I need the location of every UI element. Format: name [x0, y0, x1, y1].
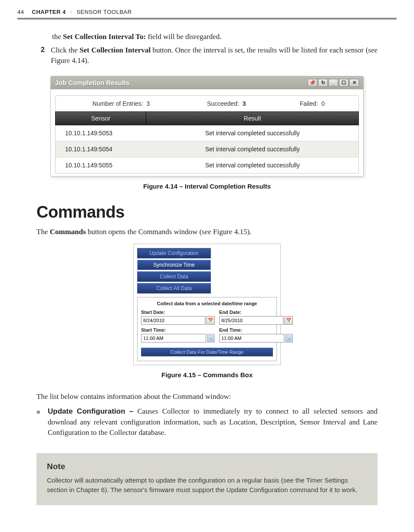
col-result: Result: [146, 112, 358, 125]
window-body: Number of Entries: 3 Succeeded: 3 Failed…: [51, 89, 363, 176]
step-body: Click the Set Collection Interval button…: [51, 45, 378, 66]
cell-result: Set interval completed successfully: [146, 141, 358, 157]
start-date-input[interactable]: [141, 316, 205, 325]
date-range-box: Collect data from a selected date/time r…: [137, 297, 277, 361]
page-number: 44: [17, 9, 24, 15]
cell-sensor: 10.10.1.149:5054: [56, 141, 146, 157]
cell-result: Set interval completed successfully: [146, 125, 358, 141]
chapter-title: SENSOR TOOLBAR: [76, 9, 131, 15]
start-date-label: Start Date:: [141, 310, 215, 315]
chevron-down-icon[interactable]: ⌄: [285, 334, 293, 343]
intro-line: the Set Collection Interval To: field wi…: [52, 32, 378, 42]
end-date-input[interactable]: [219, 316, 283, 325]
table-row: 10.10.1.149:5054 Set interval completed …: [55, 141, 359, 157]
step-bold: Set Collection Interval: [79, 46, 151, 54]
collect-range-button[interactable]: Collect Data For Date/Time Range: [141, 348, 273, 356]
synchronize-time-button[interactable]: Synchronize Time: [137, 260, 211, 270]
bullet-body: Update Configuration – Causes Collector …: [48, 406, 378, 438]
calendar-icon[interactable]: 📅: [284, 316, 293, 325]
window-buttons: 📌 ↻ _ ☐ ✕: [307, 79, 359, 87]
col-sensor: Sensor: [56, 112, 146, 125]
table-header: Sensor Result: [55, 111, 359, 125]
calendar-icon[interactable]: 📅: [206, 316, 215, 325]
summary-bar: Number of Entries: 3 Succeeded: 3 Failed…: [55, 95, 359, 111]
intro-bold: Set Collection Interval To:: [63, 33, 146, 41]
end-time-label: End Time:: [219, 327, 293, 333]
update-config-button[interactable]: Update Configuration: [137, 248, 211, 258]
chapter-label: CHAPTER 4: [32, 9, 66, 15]
pin-icon[interactable]: 📌: [308, 79, 317, 87]
window-titlebar: Job Completion Results 📌 ↻ _ ☐ ✕: [51, 76, 363, 89]
failed-stat: Failed: 0: [279, 100, 345, 107]
square-separator: ▫: [70, 9, 72, 14]
window-title: Job Completion Results: [55, 79, 130, 86]
figure-4-15: Update Configuration Synchronize Time Co…: [133, 244, 281, 365]
close-icon[interactable]: ✕: [349, 79, 359, 87]
bullet-square-icon: ■: [36, 406, 48, 438]
page-header: 44 CHAPTER 4 ▫ SENSOR TOOLBAR: [17, 9, 397, 20]
maximize-icon[interactable]: ☐: [339, 79, 348, 87]
collect-data-button[interactable]: Collect Data: [137, 271, 211, 282]
note-heading: Note: [47, 462, 367, 471]
entries-stat: Number of Entries: 3: [69, 100, 174, 107]
table-row: 10.10.1.149:5053 Set interval completed …: [55, 125, 359, 141]
succeeded-stat: Succeeded: 3: [174, 100, 279, 107]
start-time-label: Start Time:: [141, 327, 215, 333]
cell-sensor: 10.10.1.149:5053: [56, 125, 146, 141]
box-title: Collect data from a selected date/time r…: [141, 301, 273, 306]
figure-4-15-caption: Figure 4.15 – Commands Box: [17, 371, 397, 379]
note-box: Note Collector will automatically attemp…: [36, 453, 378, 505]
note-body: Collector will automatically attempt to …: [47, 476, 367, 495]
figure-4-14: Job Completion Results 📌 ↻ _ ☐ ✕ Number …: [50, 76, 364, 176]
list-intro: The list below contains information abou…: [36, 392, 378, 402]
minimize-icon[interactable]: _: [329, 79, 338, 87]
bullet-title: Update Configuration –: [48, 407, 134, 415]
commands-intro: The Commands button opens the Commands w…: [36, 227, 378, 238]
figure-4-15-wrap: Update Configuration Synchronize Time Co…: [17, 244, 397, 365]
table-row: 10.10.1.149:5055 Set interval completed …: [55, 157, 359, 173]
collect-all-data-button[interactable]: Collect All Data: [137, 283, 211, 294]
step-2: 2 Click the Set Collection Interval butt…: [41, 45, 378, 66]
end-date-label: End Date:: [219, 310, 293, 315]
step-number: 2: [41, 45, 45, 54]
cell-sensor: 10.10.1.149:5055: [56, 157, 146, 173]
commands-heading: Commands: [36, 203, 397, 222]
chevron-down-icon[interactable]: ⌄: [207, 334, 215, 343]
bullet-update-config: ■ Update Configuration – Causes Collecto…: [36, 406, 378, 438]
figure-4-14-caption: Figure 4.14 – Interval Completion Result…: [17, 183, 397, 190]
start-time-input[interactable]: [141, 334, 206, 343]
refresh-icon[interactable]: ↻: [318, 79, 328, 87]
end-time-input[interactable]: [219, 334, 284, 343]
step-pre: Click the: [51, 46, 79, 54]
cell-result: Set interval completed successfully: [146, 157, 358, 173]
